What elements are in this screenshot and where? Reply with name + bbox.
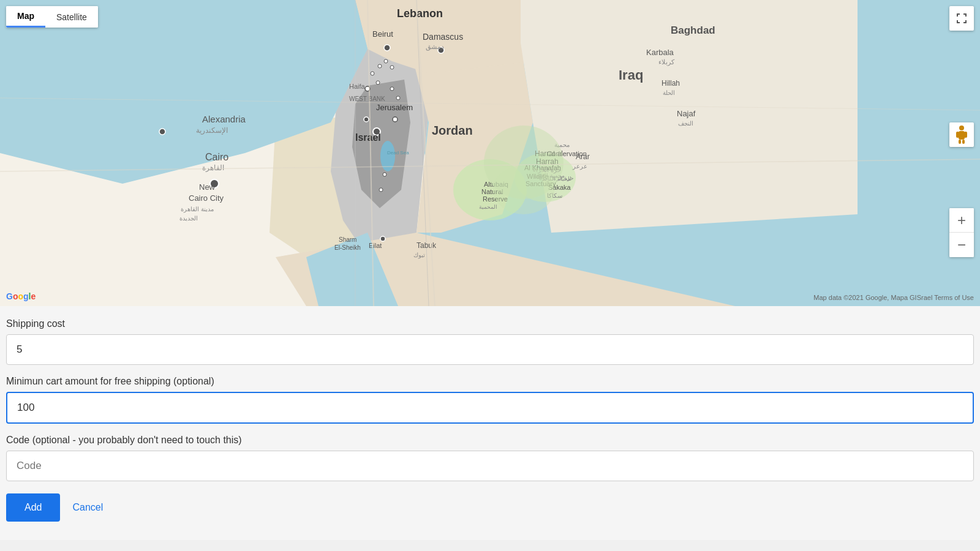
svg-text:Karbala: Karbala	[646, 48, 674, 57]
svg-text:تبوك: تبوك	[413, 252, 425, 259]
svg-text:Alexandria: Alexandria	[202, 114, 246, 124]
svg-text:Baghdad: Baghdad	[671, 24, 715, 36]
fullscreen-button[interactable]	[949, 6, 974, 31]
svg-point-30	[390, 87, 394, 91]
svg-text:Hillah: Hillah	[662, 79, 680, 88]
shipping-cost-input[interactable]	[6, 334, 974, 365]
page-wrapper: Lebanon Beirut Damascus دمشق Jerusalem H…	[0, 0, 980, 540]
svg-text:Cairo: Cairo	[205, 152, 228, 162]
code-input[interactable]	[6, 451, 974, 481]
svg-text:Damascus: Damascus	[423, 32, 463, 42]
svg-point-22	[159, 129, 165, 135]
google-logo-g2: g	[23, 291, 29, 301]
svg-text:WEST BANK: WEST BANK	[349, 96, 385, 102]
svg-point-29	[376, 81, 380, 84]
map-zoom-controls: + −	[949, 208, 974, 257]
svg-point-25	[371, 72, 374, 75]
zoom-out-button[interactable]: −	[949, 233, 974, 257]
svg-text:New: New	[199, 182, 216, 192]
svg-text:El-Sheikh: El-Sheikh	[334, 244, 361, 251]
shipping-cost-label: Shipping cost	[6, 318, 974, 329]
google-logo: Google	[6, 291, 36, 301]
shipping-cost-group: Shipping cost	[3, 318, 977, 365]
svg-text:Lebanon: Lebanon	[397, 7, 443, 20]
svg-point-27	[384, 59, 388, 63]
cancel-button[interactable]: Cancel	[72, 502, 103, 513]
google-logo-o2: o	[18, 291, 23, 301]
svg-text:القاهرة: القاهرة	[202, 163, 224, 172]
svg-point-17	[384, 45, 390, 51]
map-tabs: Map Satellite	[6, 6, 98, 28]
svg-text:Haifa: Haifa	[349, 83, 366, 90]
code-group: Code (optional - you probably don't need…	[3, 435, 977, 481]
code-label: Code (optional - you probably don't need…	[6, 435, 974, 446]
google-logo-g: G	[6, 291, 13, 301]
svg-text:Dead Sea: Dead Sea	[387, 150, 409, 156]
pegman-button[interactable]	[949, 122, 974, 147]
map-container: Lebanon Beirut Damascus دمشق Jerusalem H…	[0, 0, 980, 306]
svg-text:الحلة: الحلة	[663, 89, 675, 96]
svg-point-33	[383, 173, 386, 176]
svg-rect-96	[964, 132, 967, 138]
svg-text:الجديدة: الجديدة	[179, 215, 198, 222]
svg-point-28	[390, 66, 394, 69]
tab-satellite[interactable]: Satellite	[45, 6, 98, 28]
svg-text:Cairo City: Cairo City	[189, 193, 224, 203]
form-section: Shipping cost Minimun cart amount for fr…	[0, 306, 980, 540]
min-cart-label: Minimun cart amount for free shipping (o…	[6, 376, 974, 387]
svg-text:Iraq: Iraq	[619, 67, 643, 83]
map-background: Lebanon Beirut Damascus دمشق Jerusalem H…	[0, 0, 980, 306]
svg-text:كربلاء: كربلاء	[658, 58, 675, 66]
svg-text:Israel: Israel	[355, 132, 381, 143]
zoom-in-button[interactable]: +	[949, 208, 974, 233]
svg-text:Jerusalem: Jerusalem	[376, 103, 413, 112]
svg-rect-93	[959, 140, 961, 144]
svg-rect-94	[962, 140, 965, 144]
svg-point-31	[396, 96, 400, 100]
svg-text:Eilat: Eilat	[369, 242, 382, 249]
map-attribution: Map data ©2021 Google, Mapa GISrael Term…	[813, 294, 974, 301]
svg-text:Jordan: Jordan	[432, 124, 473, 137]
svg-point-23	[380, 236, 385, 241]
svg-text:النجف: النجف	[678, 120, 693, 127]
svg-text:Tabuk: Tabuk	[417, 241, 437, 250]
svg-rect-92	[959, 131, 965, 140]
svg-rect-95	[956, 132, 959, 138]
svg-point-34	[379, 188, 383, 192]
svg-text:المحمية: المحمية	[479, 204, 497, 210]
min-cart-input[interactable]	[6, 392, 974, 424]
svg-text:Beirut: Beirut	[372, 29, 393, 39]
svg-text:Arar: Arar	[576, 152, 590, 161]
svg-text:Najaf: Najaf	[677, 109, 696, 118]
svg-text:مدينة القاهرة: مدينة القاهرة	[181, 206, 214, 213]
svg-text:الإسكندرية: الإسكندرية	[196, 126, 228, 135]
add-button[interactable]: Add	[6, 493, 60, 522]
svg-point-20	[364, 117, 369, 122]
svg-point-26	[378, 64, 382, 68]
svg-point-91	[959, 126, 964, 130]
svg-point-85	[493, 165, 554, 214]
tab-map[interactable]: Map	[6, 6, 45, 28]
google-logo-e: e	[31, 291, 36, 301]
min-cart-group: Minimun cart amount for free shipping (o…	[3, 376, 977, 424]
svg-text:Sharm: Sharm	[339, 236, 356, 243]
svg-text:دمشق: دمشق	[426, 43, 444, 51]
svg-point-32	[393, 117, 398, 122]
form-actions: Add Cancel	[3, 493, 977, 522]
